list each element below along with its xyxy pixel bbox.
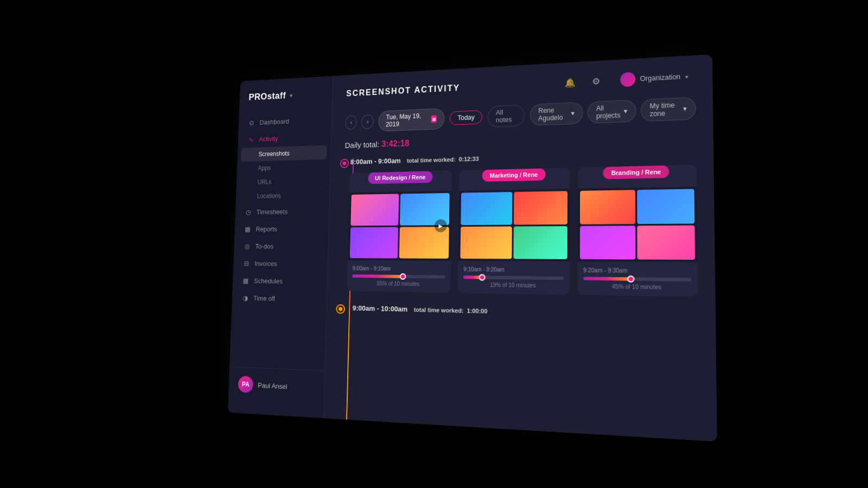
dashboard-icon: ⊙ bbox=[248, 119, 256, 127]
sidebar-item-label: Dashboard bbox=[259, 117, 289, 126]
sidebar-item-timesheets[interactable]: ◷ Timesheets bbox=[235, 202, 329, 221]
sidebar-item-todos[interactable]: ◎ To-dos bbox=[234, 237, 328, 255]
person-filter[interactable]: Rene Agudelo ▾ bbox=[530, 102, 583, 126]
screenshot-thumb-2 bbox=[458, 189, 570, 261]
activity-icon: ∿ bbox=[247, 135, 254, 143]
screenshot-card-1[interactable]: UI Redesign / Rene ▶ bbox=[347, 171, 452, 293]
avatar: PA bbox=[238, 376, 253, 393]
sidebar-item-label: Reports bbox=[256, 225, 277, 233]
sidebar-item-label: Time off bbox=[253, 294, 276, 302]
daily-total-label: Daily total: bbox=[344, 140, 379, 150]
screenshot-tags-3: Branding / Rene bbox=[578, 165, 697, 189]
invoices-icon: ⊟ bbox=[242, 259, 250, 267]
urls-label: URLs bbox=[258, 178, 272, 185]
next-date-button[interactable]: › bbox=[362, 114, 374, 129]
progress-label-3: 45% of 10 minutes bbox=[583, 283, 692, 291]
progress-handle-2 bbox=[478, 274, 485, 280]
today-filter[interactable]: Today bbox=[450, 110, 483, 125]
user-profile[interactable]: PA Paul Ansel bbox=[228, 367, 324, 406]
today-label: Today bbox=[458, 114, 475, 122]
progress-bar-3 bbox=[583, 277, 692, 281]
projects-dropdown-icon: ▾ bbox=[624, 107, 627, 115]
total-value-2: 1:00:00 bbox=[467, 307, 488, 314]
sidebar-item-label: Timesheets bbox=[257, 208, 288, 216]
org-label: Organization bbox=[640, 73, 681, 82]
sidebar-item-label: Invoices bbox=[254, 259, 277, 267]
progress-fill-2 bbox=[463, 275, 482, 279]
screenshot-time-1: 9:00am - 9:10am bbox=[353, 266, 446, 272]
person-dropdown-icon: ▾ bbox=[571, 110, 575, 117]
screenshot-tags-1: UI Redesign / Rene bbox=[349, 171, 452, 193]
gear-icon: ⚙ bbox=[592, 76, 600, 87]
sidebar-item-apps[interactable]: Apps bbox=[237, 159, 330, 176]
organization-button[interactable]: Organization ▾ bbox=[613, 66, 695, 91]
sidebar-item-locations[interactable]: Locations bbox=[235, 188, 329, 203]
org-avatar bbox=[620, 72, 635, 87]
time-block-1: 8:00am - 9:00am total time worked: 0:12:… bbox=[341, 148, 698, 297]
sidebar-item-label: To-dos bbox=[255, 242, 273, 250]
total-label-2: total time worked: bbox=[414, 306, 464, 313]
notes-label: All notes bbox=[496, 108, 516, 124]
timesheets-icon: ◷ bbox=[244, 208, 252, 216]
org-dropdown-icon: ▾ bbox=[685, 73, 688, 80]
projects-filter[interactable]: All projects ▾ bbox=[588, 100, 636, 124]
sidebar-item-timeoff[interactable]: ◑ Time off bbox=[232, 289, 327, 309]
timezone-filter[interactable]: My time zone ▾ bbox=[641, 97, 696, 122]
date-text: Tue, May 19, 2019 bbox=[386, 112, 427, 129]
progress-handle-3 bbox=[628, 275, 635, 282]
progress-handle-1 bbox=[400, 273, 406, 280]
projects-label: All projects bbox=[596, 104, 621, 120]
progress-fill-1 bbox=[352, 274, 403, 278]
chevron-right-icon: › bbox=[367, 118, 369, 125]
project-tag-3: Branding / Rene bbox=[603, 165, 669, 179]
notes-filter[interactable]: All notes bbox=[488, 105, 525, 127]
apps-label: Apps bbox=[258, 164, 271, 171]
time-block-header-2: 9:00am - 10:00am total time worked: 1:00… bbox=[347, 304, 698, 320]
progress-bar-1 bbox=[352, 274, 445, 279]
total-value-1: 0:12:33 bbox=[459, 155, 479, 162]
total-label-1: total time worked: bbox=[407, 156, 456, 163]
timezone-dropdown-icon: ▾ bbox=[683, 105, 687, 113]
daily-total-time: 3:42:18 bbox=[381, 139, 410, 149]
schedules-icon: ▦ bbox=[242, 277, 250, 285]
project-tag-2: Marketing / Rene bbox=[482, 168, 546, 182]
page-title: SCREENSHOT ACTIVITY bbox=[346, 84, 460, 99]
progress-fill-3 bbox=[583, 277, 631, 280]
bell-icon: 🔔 bbox=[564, 77, 576, 88]
sidebar: PROstaff ▾ ⊙ Dashboard ∿ Activity Screen… bbox=[228, 76, 333, 418]
time-worked-2: total time worked: 1:00:00 bbox=[414, 306, 488, 314]
logo-dropdown-icon: ▾ bbox=[290, 92, 293, 99]
date-picker[interactable]: Tue, May 19, 2019 ▦ bbox=[378, 108, 445, 131]
sidebar-item-label: Activity bbox=[259, 134, 278, 143]
timeline-area: 8:00am - 9:00am total time worked: 0:12:… bbox=[324, 147, 717, 441]
time-block-2: 9:00am - 10:00am total time worked: 1:00… bbox=[341, 304, 698, 320]
progress-label-1: 55% of 10 minutes bbox=[352, 280, 445, 287]
screenshots-label: Screenshots bbox=[258, 150, 290, 158]
settings-button[interactable]: ⚙ bbox=[587, 72, 605, 91]
timeoff-icon: ◑ bbox=[241, 293, 249, 301]
sidebar-item-label: Schedules bbox=[254, 277, 283, 285]
screenshot-tags-2: Marketing / Rene bbox=[459, 168, 570, 190]
time-dot-1 bbox=[341, 160, 348, 168]
screenshot-time-3: 9:20am - 9:30am bbox=[583, 267, 692, 274]
progress-bar-2 bbox=[463, 275, 564, 280]
prev-date-button[interactable]: ‹ bbox=[345, 115, 357, 130]
time-worked-1: total time worked: 0:12:33 bbox=[407, 155, 479, 163]
time-range-2: 9:00am - 10:00am bbox=[353, 304, 408, 313]
person-label: Rene Agudelo bbox=[538, 106, 567, 122]
notification-button[interactable]: 🔔 bbox=[561, 73, 579, 92]
sidebar-item-reports[interactable]: ▦ Reports bbox=[234, 220, 329, 237]
screenshot-card-3[interactable]: Branding / Rene bbox=[577, 165, 698, 297]
app-name: PROstaff bbox=[248, 91, 286, 103]
timezone-label: My time zone bbox=[650, 101, 680, 118]
screenshots-grid-1: UI Redesign / Rene ▶ bbox=[347, 165, 698, 297]
sidebar-item-invoices[interactable]: ⊟ Invoices bbox=[233, 254, 328, 272]
avatar-initials: PA bbox=[242, 381, 250, 388]
sidebar-item-schedules[interactable]: ▦ Schedules bbox=[233, 272, 328, 290]
main-content: SCREENSHOT ACTIVITY 🔔 ⚙ Organization ▾ bbox=[324, 54, 717, 441]
sidebar-item-urls[interactable]: URLs bbox=[236, 174, 330, 190]
chevron-left-icon: ‹ bbox=[350, 119, 352, 126]
locations-label: Locations bbox=[257, 192, 282, 200]
screenshot-card-2[interactable]: Marketing / Rene bbox=[458, 168, 570, 294]
sidebar-nav: ⊙ Dashboard ∿ Activity Screenshots Apps … bbox=[229, 111, 331, 370]
